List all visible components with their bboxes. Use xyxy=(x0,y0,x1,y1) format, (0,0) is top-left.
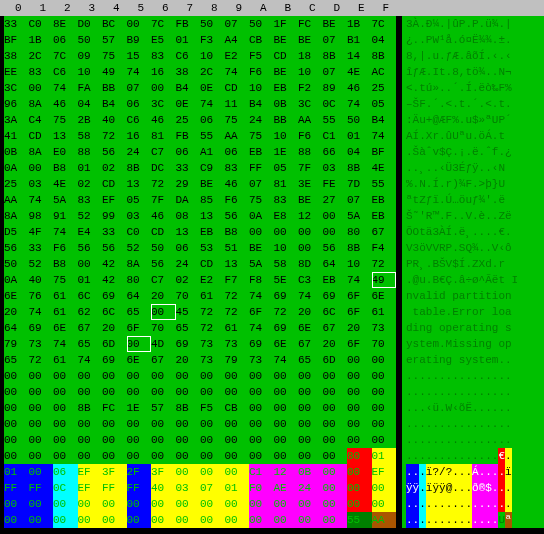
hex-bytes[interactable]: 41CD1358721681FB55AA7510F6C10174 xyxy=(0,128,402,144)
hex-byte[interactable]: 06 xyxy=(176,144,201,160)
hex-byte[interactable]: 73 xyxy=(29,336,54,352)
hex-byte[interactable]: 00 xyxy=(176,496,201,512)
hex-byte[interactable]: 00 xyxy=(127,384,152,400)
hex-byte[interactable]: 00 xyxy=(53,432,78,448)
hex-byte[interactable]: 88 xyxy=(78,144,103,160)
hex-byte[interactable]: 00 xyxy=(225,384,250,400)
hex-byte[interactable]: 06 xyxy=(176,240,201,256)
hex-byte[interactable]: 00 xyxy=(176,512,201,528)
hex-byte[interactable]: C1 xyxy=(323,128,348,144)
hex-byte[interactable]: 00 xyxy=(102,384,127,400)
hex-byte[interactable]: 50 xyxy=(4,256,29,272)
hex-byte[interactable]: 0B xyxy=(274,96,299,112)
hex-byte[interactable]: 8B xyxy=(127,160,152,176)
hex-byte[interactable]: 13 xyxy=(200,208,225,224)
hex-byte[interactable]: 01 xyxy=(225,480,250,496)
hex-byte[interactable]: FB xyxy=(176,16,201,32)
hex-byte[interactable]: 00 xyxy=(347,432,372,448)
hex-byte[interactable]: 00 xyxy=(151,368,176,384)
hex-byte[interactable]: 07 xyxy=(323,64,348,80)
hex-byte[interactable]: 3F xyxy=(151,464,176,480)
hex-byte[interactable]: 69 xyxy=(102,288,127,304)
hex-byte[interactable]: 00 xyxy=(200,384,225,400)
hex-byte[interactable]: 51 xyxy=(225,240,250,256)
hex-byte[interactable]: 15 xyxy=(127,48,152,64)
hex-byte[interactable]: 00 xyxy=(274,224,299,240)
hex-byte[interactable]: 80 xyxy=(127,272,152,288)
hex-byte[interactable]: 72 xyxy=(200,320,225,336)
hex-byte[interactable]: 55 xyxy=(372,176,397,192)
hex-byte[interactable]: EB xyxy=(249,144,274,160)
hex-byte[interactable]: 00 xyxy=(274,416,299,432)
ascii-dump[interactable]: Š˜'R™.F..V.è..Zë xyxy=(402,208,544,224)
hex-byte[interactable]: 00 xyxy=(78,432,103,448)
hex-byte[interactable]: 83 xyxy=(29,64,54,80)
ascii-dump[interactable]: %.N.Í.r)¾F.>þ}U xyxy=(402,176,544,192)
hex-byte[interactable]: 00 xyxy=(323,384,348,400)
hex-byte[interactable]: EF xyxy=(372,464,397,480)
hex-byte[interactable]: 00 xyxy=(347,416,372,432)
hex-byte[interactable]: 02 xyxy=(78,176,103,192)
hex-byte[interactable]: 00 xyxy=(151,512,176,528)
ascii-dump[interactable]: ..¸..‹Ü3Éƒÿ..‹N xyxy=(402,160,544,176)
hex-byte[interactable]: BE xyxy=(274,32,299,48)
hex-byte[interactable]: B4 xyxy=(102,96,127,112)
hex-byte[interactable]: 00 xyxy=(323,368,348,384)
ascii-dump[interactable]: ................ xyxy=(402,384,544,400)
hex-byte[interactable]: 6D xyxy=(323,352,348,368)
hex-byte[interactable]: 00 xyxy=(298,432,323,448)
hex-byte[interactable]: 61 xyxy=(53,288,78,304)
hex-byte[interactable]: 56 xyxy=(78,240,103,256)
hex-byte[interactable]: 33 xyxy=(176,160,201,176)
hex-byte[interactable]: 10 xyxy=(274,128,299,144)
hex-byte[interactable]: 75 xyxy=(249,128,274,144)
ascii-dump[interactable]: ÿÿ.ïÿÿ@...ð®$... xyxy=(402,480,544,496)
hex-byte[interactable]: 65 xyxy=(4,352,29,368)
hex-byte[interactable]: 01 xyxy=(78,272,103,288)
hex-byte[interactable]: 00 xyxy=(274,368,299,384)
hex-byte[interactable]: 00 xyxy=(274,384,299,400)
hex-byte[interactable]: 2B xyxy=(78,112,103,128)
hex-byte[interactable]: 6F xyxy=(347,304,372,320)
hex-byte[interactable]: 00 xyxy=(225,496,250,512)
hex-byte[interactable]: 00 xyxy=(249,368,274,384)
hex-byte[interactable]: 74 xyxy=(200,96,225,112)
hex-byte[interactable]: DC xyxy=(151,160,176,176)
hex-byte[interactable]: 69 xyxy=(274,320,299,336)
hex-byte[interactable]: 8B xyxy=(78,400,103,416)
hex-byte[interactable]: D0 xyxy=(78,16,103,32)
hex-byte[interactable]: 74 xyxy=(29,192,54,208)
hex-byte[interactable]: 00 xyxy=(372,384,397,400)
hex-byte[interactable]: 00 xyxy=(4,416,29,432)
hex-byte[interactable]: 74 xyxy=(347,272,372,288)
hex-byte[interactable]: 38 xyxy=(176,64,201,80)
hex-byte[interactable]: 56 xyxy=(323,240,348,256)
hex-byte[interactable]: CD xyxy=(274,48,299,64)
hex-byte[interactable]: 00 xyxy=(225,368,250,384)
hex-byte[interactable]: C0 xyxy=(29,16,54,32)
hex-byte[interactable]: 46 xyxy=(53,96,78,112)
hex-byte[interactable]: BB xyxy=(102,80,127,96)
hex-byte[interactable]: B4 xyxy=(176,80,201,96)
hex-byte[interactable]: 03 xyxy=(176,480,201,496)
hex-byte[interactable]: 04 xyxy=(372,32,397,48)
ascii-dump[interactable]: ding operating s xyxy=(402,320,544,336)
hex-byte[interactable]: 70 xyxy=(176,288,201,304)
hex-byte[interactable]: 65 xyxy=(127,304,152,320)
hex-byte[interactable]: 56 xyxy=(102,240,127,256)
hex-byte[interactable]: FF xyxy=(4,480,29,496)
hex-byte[interactable]: 00 xyxy=(274,448,299,464)
hex-byte[interactable]: 00 xyxy=(323,464,348,480)
hex-byte[interactable]: E4 xyxy=(78,224,103,240)
hex-byte[interactable]: 1B xyxy=(29,32,54,48)
ascii-dump[interactable]: PR¸.BŠV$Í.ZXd.r xyxy=(402,256,544,272)
hex-byte[interactable]: AA xyxy=(225,128,250,144)
hex-bytes[interactable]: 00000000000000000000000000000000 xyxy=(0,416,402,432)
hex-byte[interactable]: 99 xyxy=(102,208,127,224)
hex-byte[interactable]: 56 xyxy=(151,256,176,272)
hex-byte[interactable]: FF xyxy=(127,480,152,496)
hex-byte[interactable]: 67 xyxy=(78,320,103,336)
hex-byte[interactable]: C9 xyxy=(200,160,225,176)
hex-bytes[interactable]: 33C08ED0BC007CFB5007501FFCBE1B7C xyxy=(0,16,402,32)
hex-byte[interactable]: 8B xyxy=(176,400,201,416)
